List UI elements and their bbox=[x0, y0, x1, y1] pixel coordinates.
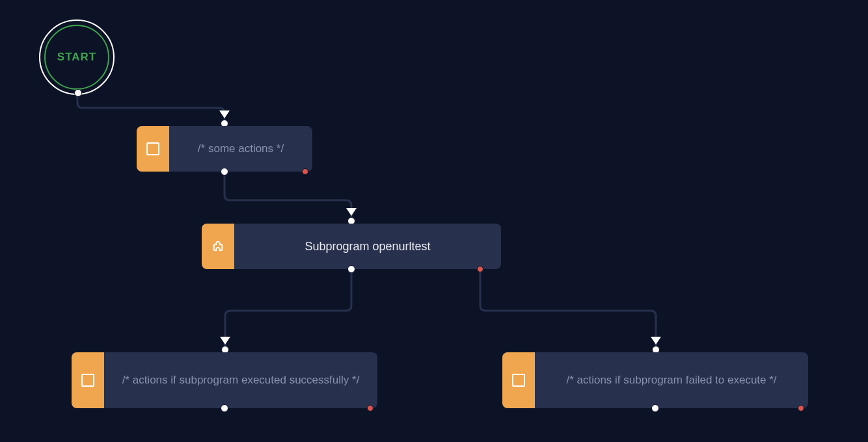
block-label: Subprogram openurltest bbox=[305, 239, 430, 254]
arrow-down-icon bbox=[220, 337, 230, 344]
block-label: /* actions if subprogram executed succes… bbox=[122, 373, 360, 388]
port-error[interactable] bbox=[798, 405, 804, 411]
block-label: /* actions if subprogram failed to execu… bbox=[566, 373, 776, 388]
arrow-down-icon bbox=[651, 337, 661, 344]
start-node[interactable]: START bbox=[39, 20, 115, 95]
subprogram-block[interactable]: Subprogram openurltest bbox=[202, 224, 501, 269]
stop-square-icon bbox=[502, 352, 535, 408]
port-out[interactable] bbox=[221, 404, 228, 412]
arrow-down-icon bbox=[346, 208, 357, 216]
stop-square-icon bbox=[137, 126, 169, 172]
port-out[interactable] bbox=[651, 404, 659, 412]
block-label: /* some actions */ bbox=[198, 142, 284, 157]
start-label: START bbox=[57, 51, 96, 64]
action-block-success[interactable]: /* actions if subprogram executed succes… bbox=[72, 352, 377, 408]
port-error[interactable] bbox=[367, 405, 373, 411]
start-node-inner: START bbox=[44, 25, 109, 90]
arrow-down-icon bbox=[219, 110, 230, 118]
port-out-success[interactable] bbox=[347, 265, 355, 273]
action-block-some-actions[interactable]: /* some actions */ bbox=[137, 126, 312, 172]
flowchart-canvas[interactable]: START /* some actions */ bbox=[0, 0, 868, 442]
action-block-failure[interactable]: /* actions if subprogram failed to execu… bbox=[502, 352, 808, 408]
stop-square-icon bbox=[72, 352, 104, 408]
port-out[interactable] bbox=[74, 89, 82, 97]
port-out-failure[interactable] bbox=[477, 266, 483, 272]
port-out[interactable] bbox=[221, 168, 228, 176]
puzzle-icon bbox=[202, 224, 234, 269]
port-error[interactable] bbox=[302, 168, 308, 175]
